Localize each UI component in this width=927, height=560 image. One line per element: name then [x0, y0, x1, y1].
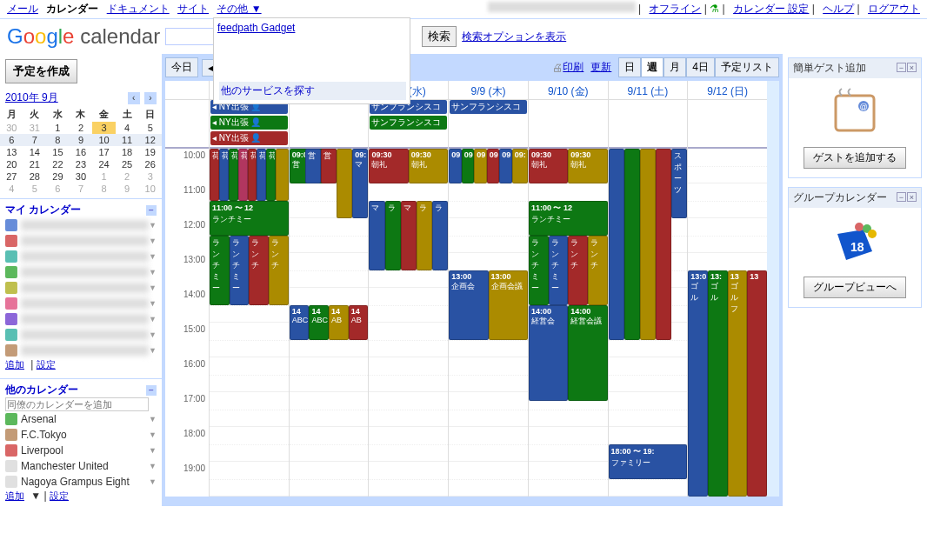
event[interactable]: マ — [401, 201, 417, 270]
calendar-list-item[interactable]: ▼ — [5, 264, 157, 280]
refresh-link[interactable]: 更新 — [590, 60, 611, 75]
add-calendar-link[interactable]: 追加 — [5, 490, 24, 501]
minical-day[interactable]: 5 — [23, 183, 47, 195]
minimize-icon[interactable]: − — [897, 192, 906, 202]
event[interactable]: 09:マ — [352, 149, 368, 218]
event[interactable]: ラ — [385, 201, 401, 270]
event[interactable]: 荷 — [210, 149, 219, 201]
search-input[interactable] — [165, 28, 214, 45]
event[interactable] — [640, 149, 656, 340]
minical-day[interactable]: 8 — [46, 134, 70, 146]
calendar-list-item[interactable]: ▼ — [5, 280, 157, 296]
minical-day[interactable]: 15 — [46, 146, 70, 158]
minical-day[interactable]: 17 — [92, 146, 116, 158]
calendar-list-item[interactable]: ▼ — [5, 343, 157, 358]
minical-day[interactable]: 19 — [138, 146, 162, 158]
minical-day[interactable]: 9 — [70, 134, 93, 146]
event[interactable]: 13ゴルフ — [728, 270, 748, 497]
nav-help[interactable]: ヘルプ — [823, 3, 854, 15]
event[interactable]: 営 — [321, 149, 337, 183]
minical-day[interactable]: 10 — [138, 183, 162, 195]
event[interactable]: 09: — [474, 149, 487, 183]
hour-cell[interactable] — [369, 462, 448, 497]
minical-day[interactable]: 24 — [92, 158, 116, 170]
minical-day[interactable]: 29 — [46, 170, 70, 183]
event[interactable]: ランチミー — [529, 236, 549, 305]
close-icon[interactable]: × — [907, 192, 917, 202]
event[interactable]: 09: — [487, 149, 500, 183]
hour-cell[interactable] — [210, 323, 289, 357]
allday-event[interactable]: サンフランシスコ — [450, 100, 527, 114]
event[interactable]: ランチ — [269, 236, 289, 305]
hour-cell[interactable] — [688, 183, 767, 218]
minical-day[interactable]: 21 — [23, 158, 47, 170]
add-guest-button[interactable]: ゲストを追加する — [804, 147, 906, 169]
minical-day[interactable]: 28 — [23, 170, 47, 183]
dropdown-arrow-icon[interactable]: ▼ — [149, 221, 157, 230]
view-button-3[interactable]: 4日 — [686, 57, 715, 77]
nav-logout[interactable]: ログアウト — [868, 3, 920, 15]
view-button-0[interactable]: 日 — [618, 57, 641, 77]
hour-cell[interactable] — [369, 392, 448, 427]
hour-cell[interactable] — [210, 357, 289, 392]
hour-cell[interactable] — [369, 323, 448, 357]
nav-mail[interactable]: メール — [7, 3, 38, 15]
event[interactable]: 09:30朝礼 — [568, 149, 607, 183]
minical-day[interactable]: 27 — [0, 170, 23, 183]
calendar-list-item[interactable]: F.C.Tokyo▼ — [5, 427, 157, 443]
minical-day[interactable]: 1 — [92, 170, 116, 183]
search-button[interactable]: 検索 — [422, 26, 457, 47]
event[interactable] — [609, 149, 624, 340]
calendar-list-item[interactable]: ▼ — [5, 311, 157, 327]
hour-cell[interactable] — [449, 392, 528, 427]
event[interactable] — [337, 149, 352, 218]
scrollbar[interactable] — [767, 81, 779, 497]
minimize-icon[interactable]: − — [897, 63, 906, 72]
minical-day[interactable]: 25 — [116, 158, 139, 170]
hour-cell[interactable] — [290, 392, 369, 427]
event[interactable]: 荷 — [257, 149, 266, 201]
hour-cell[interactable] — [688, 149, 767, 183]
event[interactable]: ランチ — [588, 236, 608, 305]
hour-cell[interactable] — [369, 357, 448, 392]
calendar-list-item[interactable]: ▼ — [5, 233, 157, 249]
event[interactable]: ランチミー — [210, 236, 230, 305]
event[interactable]: 13:00企画会議 — [489, 270, 528, 340]
hour-cell[interactable] — [449, 183, 528, 218]
view-button-1[interactable]: 週 — [641, 57, 664, 77]
minical-day[interactable]: 5 — [138, 122, 162, 134]
minical-day[interactable]: 2 — [70, 122, 93, 134]
dropdown-arrow-icon[interactable]: ▼ — [149, 299, 157, 308]
minical-day[interactable]: 23 — [70, 158, 93, 170]
add-coworker-input[interactable] — [5, 397, 149, 411]
hour-cell[interactable] — [449, 218, 528, 253]
hour-cell[interactable] — [609, 357, 688, 392]
event[interactable]: ラ — [417, 201, 432, 270]
minical-day[interactable]: 3 — [92, 122, 116, 134]
nav-more[interactable]: その他 ▼ — [217, 3, 261, 15]
allday-event[interactable]: サンフランシスコ — [370, 116, 447, 130]
minical-day[interactable]: 30 — [0, 122, 23, 134]
minical-day[interactable]: 14 — [23, 146, 47, 158]
dropdown-arrow-icon[interactable]: ▼ — [149, 346, 157, 355]
event[interactable]: 09: — [512, 149, 528, 183]
event[interactable]: 13:ゴル — [708, 270, 728, 497]
event[interactable]: 09:30朝礼 — [529, 149, 568, 183]
minical-day[interactable]: 2 — [116, 170, 139, 183]
dropdown-arrow-icon[interactable]: ▼ — [149, 237, 157, 245]
dropdown-arrow-icon[interactable]: ▼ — [149, 252, 157, 261]
minical-day[interactable]: 1 — [46, 122, 70, 134]
hour-cell[interactable] — [688, 218, 767, 253]
event[interactable]: 荷 — [238, 149, 248, 201]
settings-link[interactable]: 設定 — [50, 490, 69, 501]
minical-day[interactable]: 20 — [0, 158, 23, 170]
event[interactable]: 14:00経営会 — [529, 305, 568, 401]
event[interactable]: 18:00 〜 19:ファミリー — [609, 444, 688, 479]
view-button-4[interactable]: 予定リスト — [715, 57, 779, 77]
minical-prev-icon[interactable]: ‹ — [128, 92, 140, 104]
event[interactable]: ランチ — [568, 236, 588, 305]
collapse-icon[interactable]: − — [146, 385, 157, 396]
calendar-list-item[interactable]: ▼ — [5, 217, 157, 233]
hour-cell[interactable] — [210, 427, 289, 462]
nav-offline[interactable]: オフライン — [649, 3, 701, 15]
